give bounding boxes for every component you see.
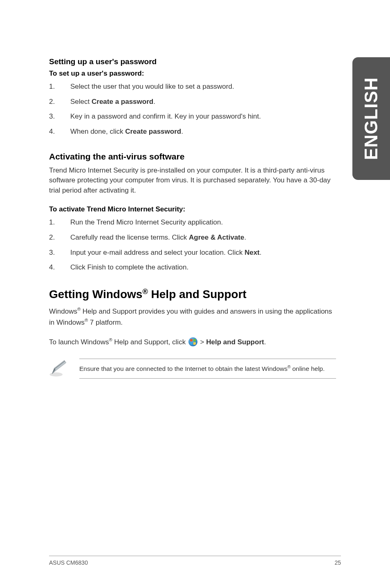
list-item: 2. Carefully read the license terms. Cli… xyxy=(49,233,336,243)
list-item: 1. Run the Trend Micro Internet Security… xyxy=(49,218,336,228)
list-item: 1. Select the user that you would like t… xyxy=(49,82,336,92)
step-number: 3. xyxy=(49,112,56,122)
sec3-title: Getting Windows® Help and Support xyxy=(49,287,336,301)
step-text: Select the user that you would like to s… xyxy=(70,82,234,92)
pencil-note-icon xyxy=(49,359,68,377)
step-number: 2. xyxy=(49,97,56,107)
windows-start-icon xyxy=(188,337,197,346)
footer-page-number: 25 xyxy=(334,559,341,566)
svg-marker-1 xyxy=(52,361,66,374)
list-item: 4. Click Finish to complete the activati… xyxy=(49,263,336,273)
language-tab-label: ENGLISH xyxy=(361,77,381,160)
page-footer: ASUS CM6830 25 xyxy=(49,556,341,566)
note-text: Ensure that you are connected to the Int… xyxy=(79,359,336,379)
step-text: When done, click Create password. xyxy=(70,127,183,137)
sec3-p2: To launch Windows® Help and Support, cli… xyxy=(49,337,336,347)
sec2-steps: 1. Run the Trend Micro Internet Security… xyxy=(49,218,336,273)
step-number: 4. xyxy=(49,127,56,137)
svg-point-0 xyxy=(49,373,63,377)
list-item: 2. Select Create a password. xyxy=(49,97,336,107)
sec2-title: Activating the anti-virus software xyxy=(49,152,336,162)
sec2-intro: Trend Micro Internet Security is pre-ins… xyxy=(49,166,336,196)
list-item: 4. When done, click Create password. xyxy=(49,127,336,137)
sec1-title: Setting up a user's password xyxy=(49,57,336,66)
list-item: 3. Key in a password and confirm it. Key… xyxy=(49,112,336,122)
list-item: 3. Input your e-mail address and select … xyxy=(49,248,336,258)
step-text: Key in a password and confirm it. Key in… xyxy=(70,112,261,122)
note: Ensure that you are connected to the Int… xyxy=(49,359,336,379)
step-text: Run the Trend Micro Internet Security ap… xyxy=(70,218,223,228)
sec1-subtitle: To set up a user's password: xyxy=(49,70,336,78)
sec2-subtitle: To activate Trend Micro Internet Securit… xyxy=(49,205,336,213)
step-number: 2. xyxy=(49,233,56,243)
page-content: Setting up a user's password To set up a… xyxy=(0,0,390,403)
step-text: Select Create a password. xyxy=(70,97,155,107)
step-number: 3. xyxy=(49,248,56,258)
step-text: Click Finish to complete the activation. xyxy=(70,263,188,273)
step-number: 1. xyxy=(49,218,56,228)
sec1-steps: 1. Select the user that you would like t… xyxy=(49,82,336,137)
step-number: 1. xyxy=(49,82,56,92)
sec3-p1: Windows® Help and Support provides you w… xyxy=(49,306,336,328)
step-text: Carefully read the license terms. Click … xyxy=(70,233,246,243)
step-number: 4. xyxy=(49,263,56,273)
step-text: Input your e-mail address and select you… xyxy=(70,248,262,258)
footer-product: ASUS CM6830 xyxy=(49,559,88,566)
language-tab: ENGLISH xyxy=(352,57,390,180)
